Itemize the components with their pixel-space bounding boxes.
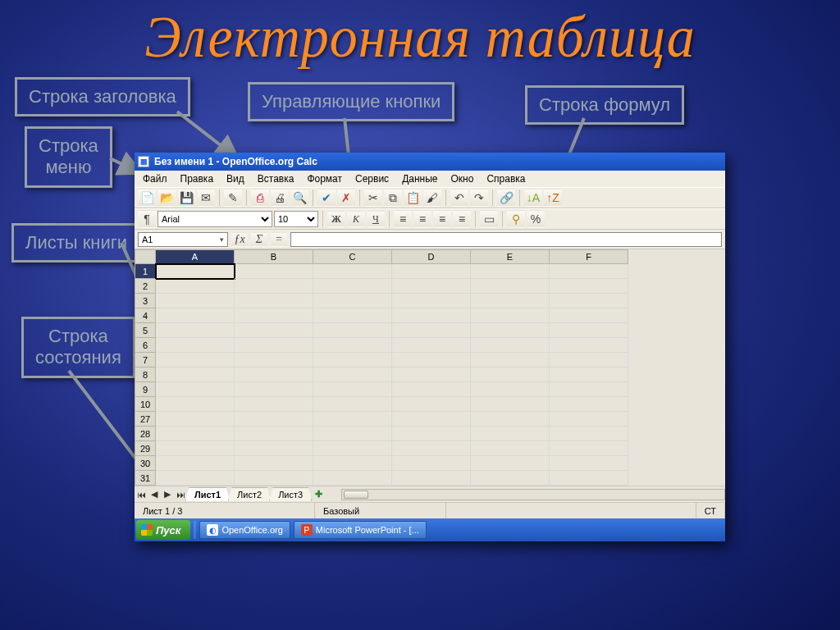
cell[interactable]	[392, 264, 471, 279]
cell[interactable]	[471, 264, 550, 279]
cell[interactable]	[471, 471, 550, 486]
align-left-icon[interactable]: ≡	[394, 210, 412, 228]
row-header[interactable]: 7	[135, 353, 156, 368]
cell[interactable]	[156, 308, 235, 323]
column-header[interactable]: B	[235, 249, 313, 264]
cell[interactable]	[313, 412, 392, 427]
menu-file[interactable]: Файл	[138, 172, 172, 185]
cell[interactable]	[156, 382, 235, 397]
cell[interactable]	[156, 368, 235, 382]
edit-icon[interactable]: ✎	[224, 189, 242, 207]
cell[interactable]	[235, 427, 313, 441]
menu-help[interactable]: Справка	[482, 172, 530, 185]
cell[interactable]	[550, 308, 628, 323]
cell[interactable]	[392, 279, 471, 294]
row-header[interactable]: 30	[135, 456, 156, 471]
cut-icon[interactable]: ✂	[364, 189, 382, 207]
cell[interactable]	[550, 338, 628, 353]
open-icon[interactable]: 📂	[158, 189, 176, 207]
mail-icon[interactable]: ✉	[197, 189, 215, 207]
cell[interactable]	[235, 264, 313, 279]
cell[interactable]	[313, 279, 392, 294]
window-title-bar[interactable]: ▦ Без имени 1 - OpenOffice.org Calc	[135, 153, 725, 171]
font-name-select[interactable]: Arial	[158, 211, 272, 227]
row-header[interactable]: 29	[135, 441, 156, 456]
cell[interactable]	[550, 353, 628, 368]
cell[interactable]	[471, 382, 550, 397]
cell[interactable]	[471, 279, 550, 294]
spellcheck-icon[interactable]: ✔	[317, 189, 336, 207]
cell[interactable]	[156, 338, 235, 353]
copy-icon[interactable]: ⧉	[384, 189, 402, 207]
row-header[interactable]: 31	[135, 471, 156, 486]
cell[interactable]	[471, 412, 550, 427]
percent-icon[interactable]: %	[527, 210, 545, 228]
cell[interactable]	[471, 441, 550, 456]
styles-icon[interactable]: ¶	[138, 210, 156, 228]
menu-edit[interactable]: Правка	[176, 172, 219, 185]
cell[interactable]	[550, 382, 628, 397]
cell[interactable]	[313, 353, 392, 368]
cell[interactable]	[235, 294, 313, 308]
start-button[interactable]: Пуск	[136, 520, 190, 540]
cell[interactable]	[313, 382, 392, 397]
cell[interactable]	[550, 456, 628, 471]
paste-icon[interactable]: 📋	[404, 189, 422, 207]
pdf-icon[interactable]: ⎙	[251, 189, 269, 207]
redo-icon[interactable]: ↷	[470, 189, 488, 207]
cell[interactable]	[392, 353, 471, 368]
cell[interactable]	[235, 397, 313, 412]
cell[interactable]	[471, 353, 550, 368]
cell[interactable]	[471, 323, 550, 338]
spreadsheet-grid[interactable]: A B C D E F 123456789102728293031	[135, 249, 725, 486]
row-header[interactable]: 27	[135, 412, 156, 427]
cell[interactable]	[550, 323, 628, 338]
cell[interactable]	[235, 308, 313, 323]
cell[interactable]	[392, 382, 471, 397]
cell[interactable]	[156, 412, 235, 427]
cell[interactable]	[471, 294, 550, 308]
cell[interactable]	[313, 368, 392, 382]
save-icon[interactable]: 💾	[177, 189, 195, 207]
cell[interactable]	[550, 294, 628, 308]
cell[interactable]	[156, 323, 235, 338]
cell[interactable]	[156, 353, 235, 368]
merge-icon[interactable]: ▭	[480, 210, 498, 228]
row-header[interactable]: 2	[135, 279, 156, 294]
equals-icon[interactable]: =	[271, 232, 287, 247]
print-icon[interactable]: 🖨	[271, 189, 289, 207]
cell[interactable]	[313, 294, 392, 308]
sum-icon[interactable]: Σ	[251, 232, 267, 247]
cell[interactable]	[235, 279, 313, 294]
cell[interactable]	[313, 471, 392, 486]
cell[interactable]	[392, 308, 471, 323]
taskbar-item[interactable]: ◐ OpenOffice.org	[199, 521, 290, 539]
font-size-select[interactable]: 10	[274, 211, 318, 227]
cell[interactable]	[313, 338, 392, 353]
cell[interactable]	[392, 323, 471, 338]
row-header[interactable]: 8	[135, 368, 156, 382]
cell[interactable]	[550, 368, 628, 382]
cell[interactable]	[235, 456, 313, 471]
cell[interactable]	[471, 308, 550, 323]
row-header[interactable]: 5	[135, 323, 156, 338]
cell[interactable]	[235, 323, 313, 338]
new-icon[interactable]: 📄	[138, 189, 156, 207]
cell[interactable]	[313, 308, 392, 323]
cell[interactable]	[392, 338, 471, 353]
column-header[interactable]: F	[550, 249, 628, 264]
cell[interactable]	[392, 294, 471, 308]
cell[interactable]	[156, 279, 235, 294]
cell[interactable]	[392, 412, 471, 427]
cell[interactable]	[313, 456, 392, 471]
row-header[interactable]: 28	[135, 427, 156, 441]
sheet-tab[interactable]: Лист1	[185, 487, 230, 501]
align-justify-icon[interactable]: ≡	[453, 210, 471, 228]
menu-data[interactable]: Данные	[397, 172, 442, 185]
cell[interactable]	[156, 427, 235, 441]
cell[interactable]	[235, 441, 313, 456]
cell-name-box[interactable]: A1	[138, 232, 228, 247]
sort-asc-icon[interactable]: ↓A	[524, 189, 542, 207]
cell[interactable]	[550, 427, 628, 441]
cell[interactable]	[550, 471, 628, 486]
